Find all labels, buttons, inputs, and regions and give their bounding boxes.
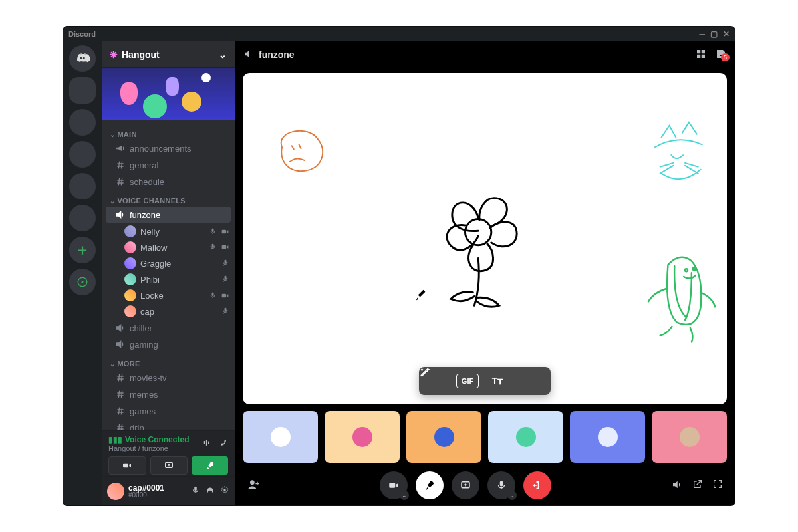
participant-avatar: [516, 427, 536, 447]
disconnect-button[interactable]: [218, 438, 228, 450]
channel-schedule[interactable]: schedule: [106, 174, 231, 190]
member-avatar: [124, 273, 136, 285]
maximize-button[interactable]: ▢: [710, 29, 718, 39]
hash-icon: [115, 160, 126, 170]
svg-point-16: [223, 489, 226, 491]
channel-chiller[interactable]: chiller: [106, 320, 231, 336]
inbox-button[interactable]: 5: [715, 48, 727, 62]
leave-call-button[interactable]: [523, 471, 551, 499]
draw-tool-button[interactable]: [516, 370, 548, 392]
member-avatar: [124, 257, 136, 269]
svg-rect-15: [194, 487, 197, 491]
fullscreen-button[interactable]: [712, 479, 723, 493]
participant-tile[interactable]: [243, 411, 318, 463]
svg-rect-5: [225, 260, 227, 264]
leave-icon: [531, 479, 543, 491]
member-status-icons: [209, 243, 229, 252]
server-header[interactable]: ❋ Hangout ⌄: [102, 41, 235, 68]
fullscreen-icon: [712, 479, 723, 489]
chevron-down-icon: ⌄: [400, 491, 409, 500]
mute-button[interactable]: [191, 485, 200, 497]
screen-share-icon: [164, 460, 174, 471]
server-banner: [102, 68, 235, 120]
canvas-toolbar: GIF Tᴛ: [419, 367, 551, 395]
participant-avatar: [680, 427, 700, 447]
server-item-5[interactable]: [69, 205, 96, 231]
home-button[interactable]: [69, 45, 96, 72]
explore-button[interactable]: [69, 269, 96, 295]
channel-general[interactable]: general: [106, 157, 231, 173]
member-status-icons: [221, 275, 229, 284]
activity-launch-button[interactable]: [192, 456, 228, 475]
call-control-bar: ⌄ ⌄: [235, 466, 735, 505]
category-main[interactable]: MAIN: [104, 124, 235, 140]
voice-member[interactable]: Mallow: [104, 239, 235, 255]
user-plus-icon: [247, 478, 260, 491]
channel-label: drip: [130, 423, 144, 431]
grid-view-button[interactable]: [695, 48, 707, 62]
channel-gaming[interactable]: gaming: [106, 336, 231, 352]
soundboard-icon: [201, 438, 211, 448]
channel-memes[interactable]: memes: [106, 386, 231, 402]
add-server-button[interactable]: ＋: [69, 237, 96, 263]
drawing-canvas[interactable]: GIF Tᴛ: [243, 73, 727, 404]
channel-label: games: [130, 406, 156, 416]
voice-member[interactable]: Graggle: [104, 255, 235, 271]
participant-tile[interactable]: [406, 411, 481, 463]
voice-member[interactable]: Phibi: [104, 271, 235, 287]
participant-tile[interactable]: [325, 411, 400, 463]
voice-member[interactable]: cap: [104, 303, 235, 319]
channel-funzone[interactable]: funzone: [106, 207, 231, 223]
activity-button[interactable]: [416, 471, 444, 499]
channel-announcements[interactable]: announcements: [106, 140, 231, 156]
svg-rect-8: [222, 293, 227, 297]
participant-tile[interactable]: [488, 411, 563, 463]
channel-drip[interactable]: drip: [106, 420, 231, 430]
member-status-icons: [209, 227, 229, 236]
screenshare-button[interactable]: [150, 456, 188, 475]
channel-label: general: [130, 160, 158, 170]
channel-list: MAINannouncementsgeneralscheduleVOICE CH…: [102, 120, 235, 430]
member-name: Locke: [140, 291, 205, 301]
popout-button[interactable]: [692, 479, 703, 493]
participant-tile[interactable]: [570, 411, 645, 463]
mic-toggle-button[interactable]: ⌄: [487, 471, 515, 499]
voice-member[interactable]: Nelly: [104, 223, 235, 239]
channel-games[interactable]: games: [106, 403, 231, 419]
category-voice[interactable]: VOICE CHANNELS: [104, 190, 235, 206]
channel-title: funzone: [259, 49, 295, 60]
volume-button[interactable]: [671, 479, 683, 493]
category-more[interactable]: MORE: [104, 353, 235, 369]
chevron-down-icon: ⌄: [507, 491, 517, 500]
server-name: Hangout: [122, 49, 160, 60]
settings-button[interactable]: [220, 485, 229, 497]
minimize-button[interactable]: ─: [699, 29, 705, 39]
svg-rect-12: [208, 442, 209, 444]
participant-tiles: [243, 411, 727, 463]
server-item-4[interactable]: [69, 173, 96, 200]
pencil-icon: [419, 367, 430, 378]
camera-button[interactable]: [108, 456, 146, 475]
participant-tile[interactable]: [652, 411, 727, 463]
screenshare-toggle-button[interactable]: [452, 471, 479, 499]
noise-suppression-button[interactable]: [201, 438, 211, 450]
user-avatar[interactable]: [107, 483, 124, 500]
text-tool-button[interactable]: Tᴛ: [481, 370, 513, 392]
deafen-button[interactable]: [205, 485, 215, 497]
popout-icon: [692, 479, 703, 489]
server-item-2[interactable]: [69, 109, 96, 136]
member-status-icons: [209, 291, 229, 300]
gif-tool-button[interactable]: GIF: [456, 374, 479, 388]
member-avatar: [124, 241, 136, 253]
boost-icon: ❋: [110, 49, 118, 60]
server-item-3[interactable]: [69, 141, 96, 168]
app-title: Discord: [68, 30, 96, 38]
channel-movies-tv[interactable]: movies-tv: [106, 370, 231, 386]
svg-rect-7: [212, 292, 214, 296]
voice-member[interactable]: Locke: [104, 287, 235, 303]
video-toggle-button[interactable]: ⌄: [380, 471, 408, 499]
server-item-1[interactable]: [69, 77, 96, 104]
invite-button[interactable]: [247, 478, 260, 493]
svg-point-21: [465, 219, 491, 245]
close-button[interactable]: ✕: [723, 29, 730, 39]
